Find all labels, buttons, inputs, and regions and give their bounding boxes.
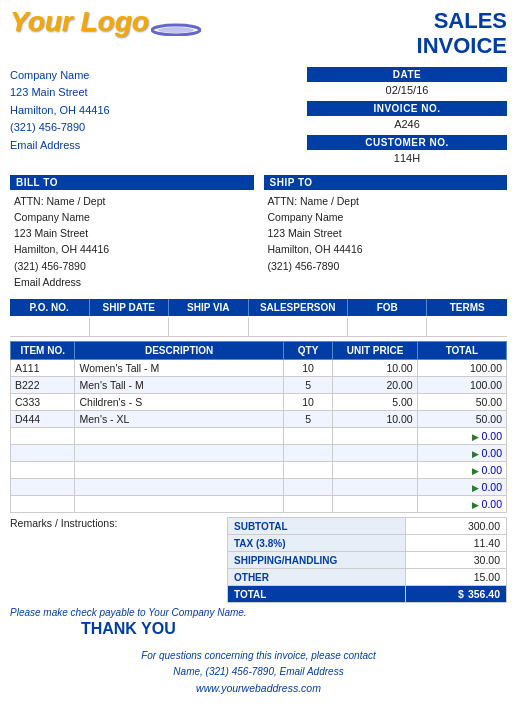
totals-value: $356.40 [405,586,506,603]
description-cell [75,445,283,462]
qty-cell [283,496,333,513]
qty-cell: 10 [283,394,333,411]
ship-to-address: 123 Main Street [268,225,504,241]
item-no-cell: B222 [11,377,75,394]
remarks-label: Remarks / Instructions: [10,517,221,529]
totals-table: SUBTOTAL 300.00 TAX (3.8%) 11.40 SHIPPIN… [227,517,507,603]
green-arrow-icon: ▶ [472,432,479,442]
fob-header: FOB [348,299,428,316]
description-cell: Children's - S [75,394,283,411]
thank-row: Please make check payable to Your Compan… [10,607,507,638]
total-cell: ▶ 0.00 [417,428,506,445]
totals-label: OTHER [228,569,406,586]
ship-to-label: SHIP TO [264,175,508,190]
company-city: Hamilton, OH 44416 [10,102,110,120]
total-cell: 50.00 [417,394,506,411]
table-row: A111 Women's Tall - M 10 10.00 100.00 [11,360,507,377]
thank-you: THANK YOU [10,620,247,638]
description-cell [75,479,283,496]
invoice-no-label: INVOICE NO. [307,101,507,116]
qty-cell [283,462,333,479]
unit-price-cell [333,479,417,496]
table-row: B222 Men's Tall - M 5 20.00 100.00 [11,377,507,394]
invoice-title: SALES INVOICE [417,8,507,59]
bill-to-email: Email Address [14,274,250,290]
invoice-meta: DATE 02/15/16 INVOICE NO. A246 CUSTOMER … [307,67,507,169]
description-header: DESCRIPTION [75,342,283,360]
description-cell [75,428,283,445]
svg-point-1 [158,27,194,33]
footer: For questions concerning this invoice, p… [10,648,507,697]
bill-ship-section: BILL TO ATTN: Name / Dept Company Name 1… [10,175,507,294]
ship-to-content: ATTN: Name / Dept Company Name 123 Main … [264,190,508,277]
invoice-no-value: A246 [307,116,507,133]
totals-row: SHIPPING/HANDLING 30.00 [228,552,507,569]
totals-value: 30.00 [405,552,506,569]
item-no-cell [11,445,75,462]
ship-to-phone: (321) 456-7890 [268,258,504,274]
item-no-cell [11,479,75,496]
unit-price-cell: 5.00 [333,394,417,411]
qty-cell [283,479,333,496]
description-cell: Men's - XL [75,411,283,428]
qty-cell: 5 [283,411,333,428]
company-email: Email Address [10,137,110,155]
company-address: 123 Main Street [10,84,110,102]
table-row: C333 Children's - S 10 5.00 50.00 [11,394,507,411]
invoice-page: Your Logo SALES INVOICE Company Name 123… [0,0,517,705]
invoice-no-block: INVOICE NO. A246 [307,101,507,133]
description-cell [75,496,283,513]
company-info: Company Name 123 Main Street Hamilton, O… [10,67,507,169]
unit-price-cell [333,462,417,479]
customer-no-label: CUSTOMER NO. [307,135,507,150]
unit-price-cell [333,445,417,462]
date-label: DATE [307,67,507,82]
order-data-row [10,318,507,337]
customer-no-value: 114H [307,150,507,167]
logo-text: Your Logo [10,8,149,36]
company-phone: (321) 456-7890 [10,119,110,137]
qty-cell: 5 [283,377,333,394]
total-cell: ▶ 0.00 [417,479,506,496]
ship-to-attn: ATTN: Name / Dept [268,193,504,209]
unit-price-header: UNIT PRICE [333,342,417,360]
totals-row: SUBTOTAL 300.00 [228,518,507,535]
footer-contact-line1: For questions concerning this invoice, p… [10,648,507,664]
table-row: ▶ 0.00 [11,445,507,462]
total-cell: ▶ 0.00 [417,462,506,479]
order-header-row: P.O. NO. SHIP DATE SHIP VIA SALESPERSON … [10,299,507,316]
green-arrow-icon: ▶ [472,449,479,459]
totals-col: SUBTOTAL 300.00 TAX (3.8%) 11.40 SHIPPIN… [227,517,507,603]
item-no-cell: D444 [11,411,75,428]
totals-value: 15.00 [405,569,506,586]
total-cell: ▶ 0.00 [417,496,506,513]
totals-label: SHIPPING/HANDLING [228,552,406,569]
total-cell: 100.00 [417,360,506,377]
total-cell: ▶ 0.00 [417,445,506,462]
totals-row: OTHER 15.00 [228,569,507,586]
terms-header: TERMS [427,299,507,316]
table-row: ▶ 0.00 [11,428,507,445]
footer-contact-line2: Name, (321) 456-7890, Email Address [10,664,507,680]
remarks-col: Remarks / Instructions: [10,517,227,603]
totals-row: TAX (3.8%) 11.40 [228,535,507,552]
check-payable: Please make check payable to Your Compan… [10,607,247,618]
totals-label: SUBTOTAL [228,518,406,535]
ship-to-company: Company Name [268,209,504,225]
currency-symbol: $ [458,588,464,600]
item-no-header: ITEM NO. [11,342,75,360]
table-row: ▶ 0.00 [11,479,507,496]
qty-cell [283,445,333,462]
total-cell: 50.00 [417,411,506,428]
table-row: D444 Men's - XL 5 10.00 50.00 [11,411,507,428]
green-arrow-icon: ▶ [472,466,479,476]
item-no-cell [11,428,75,445]
description-cell [75,462,283,479]
unit-price-cell [333,496,417,513]
bill-to-content: ATTN: Name / Dept Company Name 123 Main … [10,190,254,294]
bill-to-attn: ATTN: Name / Dept [14,193,250,209]
description-cell: Men's Tall - M [75,377,283,394]
items-table: ITEM NO. DESCRIPTION QTY UNIT PRICE TOTA… [10,341,507,513]
salesperson-header: SALESPERSON [249,299,348,316]
date-block: DATE 02/15/16 [307,67,507,99]
